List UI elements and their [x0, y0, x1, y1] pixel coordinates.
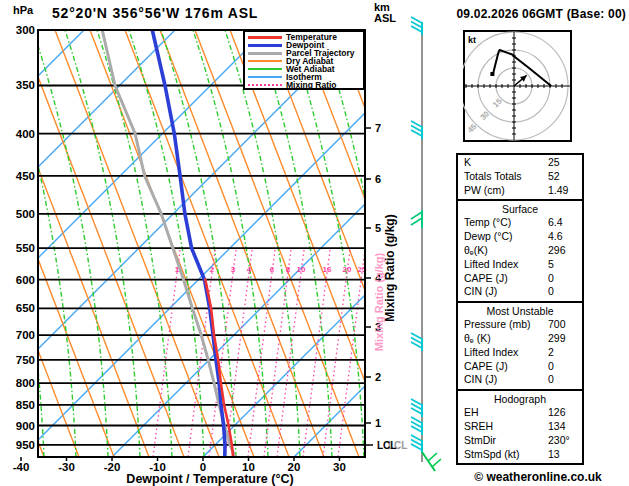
sounding-page: hPa 52°20'N 356°56'W 176m ASL km ASL 09.…: [0, 0, 629, 486]
table-row-value: 6.4: [548, 216, 582, 230]
pressure-tick-label: 400: [16, 128, 35, 140]
table-row-label: SREH: [464, 420, 548, 434]
table-row: θₑ (K)299: [458, 332, 582, 346]
wind-barb-icon: [411, 210, 422, 228]
pressure-tick-label: 600: [16, 274, 35, 286]
temp-tick-label: -30: [58, 461, 75, 473]
legend-swatch-parcel-trajectory: [248, 52, 282, 55]
wind-barb-icon: [411, 17, 422, 35]
table-row-value: 0: [548, 360, 582, 374]
table-row-value: 700: [548, 318, 582, 332]
indices-table: K25Totals Totals52PW (cm)1.49SurfaceTemp…: [456, 153, 584, 465]
table-row-label: θₑ(K): [464, 244, 548, 258]
table-row-value: 1.49: [548, 184, 582, 198]
mixing-ratio-label: 16: [323, 265, 332, 274]
table-row-label: CAPE (J): [464, 360, 548, 374]
table-row: θₑ(K)296: [458, 244, 582, 258]
table-row-label: Dewp (°C): [464, 230, 548, 244]
line: [428, 453, 437, 461]
table-row: Lifted Index2: [458, 346, 582, 360]
pressure-tick-label: 850: [16, 399, 35, 411]
table-row-value: 4.6: [548, 230, 582, 244]
table-row-label: CIN (J): [464, 373, 548, 387]
hodograph-unit-label: kt: [468, 35, 476, 45]
line: [411, 212, 422, 219]
pressure-tick-label: 750: [16, 354, 35, 366]
table-row: StmSpd (kt)13: [458, 448, 582, 462]
wind-barb-icon: [411, 121, 422, 139]
isotherm-line: [0, 30, 84, 457]
table-row: Temp (°C)6.4: [458, 216, 582, 230]
mixing-ratio-label: 4: [247, 265, 252, 274]
legend-label: Mixing Ratio: [286, 80, 337, 90]
hodograph-trace-end: [490, 72, 494, 76]
legend-swatch-dewpoint: [248, 44, 282, 47]
table-section-header: Surface: [458, 202, 582, 216]
table-row-label: EH: [464, 406, 548, 420]
wet-adiabat-line: [289, 30, 364, 457]
table-row-value: 230°: [548, 434, 582, 448]
lcl-label: LCL: [377, 440, 396, 451]
wind-barb-icon: [411, 399, 422, 417]
table-row: CAPE (J)0: [458, 360, 582, 374]
table-row: CIN (J)0: [458, 285, 582, 299]
sounding-curves: [102, 30, 235, 456]
km-tick-label: 2: [375, 371, 381, 383]
table-row-value: 13: [548, 448, 582, 462]
temp-tick-label: 30: [333, 461, 346, 473]
table-row-value: 126: [548, 406, 582, 420]
wet-adiabat-line: [225, 30, 300, 457]
wet-adiabat-line: [257, 30, 332, 457]
temp-tick-label: -20: [104, 461, 121, 473]
line: [411, 218, 422, 225]
table-section: SurfaceTemp (°C)6.4Dewp (°C)4.6θₑ(K)296L…: [458, 199, 582, 301]
parcel-trajectory-curve: [102, 30, 235, 456]
pressure-tick-label: 300: [16, 24, 35, 36]
table-section-header: Hodograph: [458, 392, 582, 406]
pressure-tick-label: 650: [16, 302, 35, 314]
table-row-value: 134: [548, 420, 582, 434]
km-tick-label: 5: [375, 222, 381, 234]
pressure-tick-label: 350: [16, 79, 35, 91]
table-row-label: PW (cm): [464, 184, 548, 198]
table-row-value: 5: [548, 258, 582, 272]
pressure-tick-label: 800: [16, 377, 35, 389]
legend-swatch-isotherm: [248, 76, 282, 78]
table-section: K25Totals Totals52PW (cm)1.49: [458, 155, 582, 199]
legend-swatch-wet-adiabat: [248, 68, 282, 70]
km-tick-label: 1: [375, 417, 381, 429]
table-row-value: 25: [548, 156, 582, 170]
pressure-tick-label: 950: [16, 439, 35, 451]
legend-swatch-mixing-ratio: [248, 84, 282, 86]
table-row-label: K: [464, 156, 548, 170]
isotherm-line: [0, 30, 266, 457]
dry-adiabat-line: [20, 30, 184, 457]
table-row: EH126: [458, 406, 582, 420]
table-row-value: 299: [548, 332, 582, 346]
wind-barb-icon: [411, 435, 422, 453]
mixing-ratio-label: 20: [343, 265, 352, 274]
dry-adiabat-line: [160, 30, 324, 457]
copyright: © weatheronline.co.uk: [440, 470, 629, 484]
wind-barb-icon: [422, 452, 441, 471]
table-section: Most UnstablePressure (mb)700θₑ (K)299Li…: [458, 301, 582, 389]
table-row: SREH134: [458, 420, 582, 434]
table-row-label: Totals Totals: [464, 170, 548, 184]
table-row-value: 296: [548, 244, 582, 258]
table-row: CIN (J)0: [458, 373, 582, 387]
wet-adiabat-line: [0, 30, 12, 457]
mixing-ratio-label: 6: [270, 265, 275, 274]
legend-box: TemperatureDewpointParcel TrajectoryDry …: [243, 30, 365, 90]
table-row: K25: [458, 156, 582, 170]
legend-swatch-dry-adiabat: [248, 60, 282, 62]
mixing-ratio-label: 2: [210, 265, 215, 274]
table-section: HodographEH126SREH134StmDir230°StmSpd (k…: [458, 389, 582, 463]
dry-adiabat-line: [55, 30, 219, 457]
mixing-ratio-label: 8: [286, 265, 291, 274]
table-row-value: 52: [548, 170, 582, 184]
temp-tick-label: -40: [13, 461, 30, 473]
pressure-tick-label: 450: [16, 170, 35, 182]
table-row-label: CIN (J): [464, 285, 548, 299]
table-row: StmDir230°: [458, 434, 582, 448]
table-row-label: Temp (°C): [464, 216, 548, 230]
